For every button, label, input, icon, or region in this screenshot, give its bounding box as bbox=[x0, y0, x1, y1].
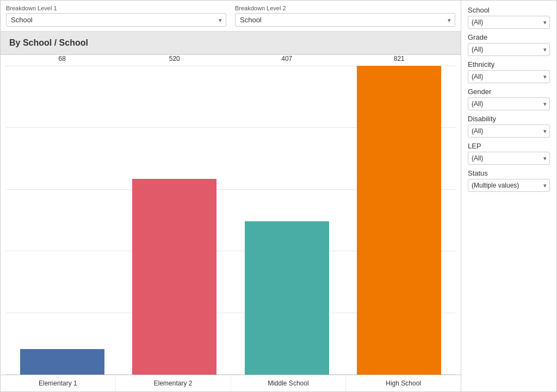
sidebar-filter-label: Grade bbox=[468, 33, 550, 41]
breakdown2-label: Breakdown Level 2 bbox=[235, 5, 455, 11]
sidebar-filter-label: Ethnicity bbox=[468, 60, 550, 69]
bar-value-label: 520 bbox=[169, 55, 180, 63]
bar-wrapper: 520 bbox=[119, 66, 231, 375]
controls-row: Breakdown Level 1 School Grade Ethnicity… bbox=[1, 1, 461, 32]
sidebar-select-wrapper: (All) bbox=[468, 97, 550, 110]
sidebar-filter-select[interactable]: (All) bbox=[468, 152, 550, 165]
bar-wrapper: 68 bbox=[6, 66, 119, 375]
sidebar-filter-label: LEP bbox=[468, 142, 550, 150]
sidebar-filter-select[interactable]: (Multiple values)(All) bbox=[468, 179, 550, 192]
bar bbox=[357, 66, 441, 375]
bar bbox=[132, 179, 216, 375]
sidebar-filter-select[interactable]: (All) bbox=[468, 43, 550, 56]
sidebar-filter-group: Disability(All) bbox=[468, 115, 550, 138]
app-container: Breakdown Level 1 School Grade Ethnicity… bbox=[0, 0, 557, 392]
sidebar-select-wrapper: (All) bbox=[468, 16, 550, 29]
chart-title: By School / School bbox=[1, 32, 461, 55]
sidebar-select-wrapper: (All) bbox=[468, 152, 550, 165]
sidebar-filter-group: Ethnicity(All) bbox=[468, 60, 550, 83]
sidebar-filter-label: Status bbox=[468, 169, 550, 177]
breakdown2-select-wrapper: School Grade Ethnicity Gender bbox=[235, 13, 455, 27]
breakdown2-group: Breakdown Level 2 School Grade Ethnicity… bbox=[235, 5, 455, 27]
sidebar-filter-select[interactable]: (All) bbox=[468, 125, 550, 138]
sidebar-select-wrapper: (All) bbox=[468, 70, 550, 83]
sidebar-select-wrapper: (All) bbox=[468, 43, 550, 56]
x-axis-label: Elementary 2 bbox=[116, 375, 231, 391]
sidebar-select-wrapper: (Multiple values)(All) bbox=[468, 179, 550, 192]
x-axis-label: High School bbox=[346, 375, 461, 391]
bars-container: 68520407821 bbox=[1, 55, 461, 375]
breakdown2-select[interactable]: School Grade Ethnicity Gender bbox=[235, 13, 455, 27]
sidebar-filter-group: Gender(All) bbox=[468, 88, 550, 110]
x-labels-row: Elementary 1Elementary 2Middle SchoolHig… bbox=[1, 375, 461, 391]
bar-wrapper: 407 bbox=[231, 66, 343, 375]
chart-section: 68520407821 Elementary 1Elementary 2Midd… bbox=[1, 55, 461, 391]
bar bbox=[20, 349, 104, 375]
breakdown1-group: Breakdown Level 1 School Grade Ethnicity… bbox=[6, 5, 226, 27]
breakdown1-label: Breakdown Level 1 bbox=[6, 5, 226, 11]
bar-wrapper: 821 bbox=[343, 66, 456, 375]
sidebar-select-wrapper: (All) bbox=[468, 125, 550, 138]
sidebar-filter-select[interactable]: (All) bbox=[468, 70, 550, 83]
sidebar-filter-group: LEP(All) bbox=[468, 142, 550, 165]
bar bbox=[245, 221, 329, 375]
x-axis-label: Middle School bbox=[231, 375, 346, 391]
sidebar-filter-select[interactable]: (All) bbox=[468, 97, 550, 110]
bar-group: 68 bbox=[6, 66, 119, 375]
sidebar-filter-group: Status(Multiple values)(All) bbox=[468, 169, 550, 192]
sidebar-filter-label: Disability bbox=[468, 115, 550, 123]
bar-group: 520 bbox=[119, 66, 231, 375]
sidebar: School(All)Grade(All)Ethnicity(All)Gende… bbox=[461, 1, 556, 391]
chart-area: Breakdown Level 1 School Grade Ethnicity… bbox=[1, 1, 461, 391]
x-axis-label: Elementary 1 bbox=[1, 375, 116, 391]
bar-value-label: 407 bbox=[281, 55, 292, 63]
sidebar-filter-label: Gender bbox=[468, 88, 550, 96]
bar-group: 821 bbox=[343, 66, 456, 375]
bar-value-label: 821 bbox=[394, 55, 405, 63]
breakdown1-select[interactable]: School Grade Ethnicity Gender bbox=[6, 13, 226, 27]
sidebar-filter-label: School bbox=[468, 6, 550, 14]
sidebar-filter-group: Grade(All) bbox=[468, 33, 550, 56]
bar-group: 407 bbox=[231, 66, 343, 375]
breakdown1-select-wrapper: School Grade Ethnicity Gender bbox=[6, 13, 226, 27]
sidebar-filter-select[interactable]: (All) bbox=[468, 16, 550, 29]
bar-value-label: 68 bbox=[59, 55, 66, 63]
sidebar-filter-group: School(All) bbox=[468, 6, 550, 29]
